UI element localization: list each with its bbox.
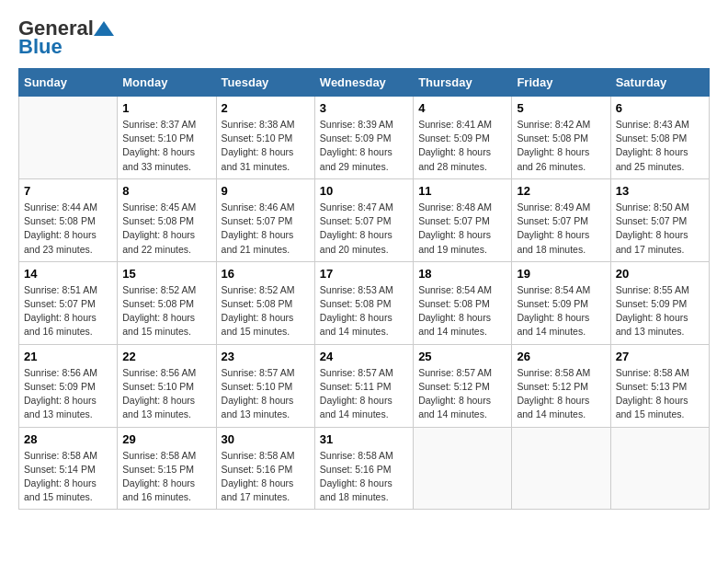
calendar-cell: 22Sunrise: 8:56 AMSunset: 5:10 PMDayligh… — [118, 344, 216, 427]
calendar-cell: 12Sunrise: 8:49 AMSunset: 5:07 PMDayligh… — [512, 178, 610, 261]
calendar-cell: 29Sunrise: 8:58 AMSunset: 5:15 PMDayligh… — [118, 427, 216, 510]
day-info: Sunrise: 8:45 AMSunset: 5:08 PMDaylight:… — [122, 201, 210, 257]
day-info: Sunrise: 8:47 AMSunset: 5:07 PMDaylight:… — [320, 201, 408, 257]
day-number: 15 — [122, 267, 210, 281]
day-info: Sunrise: 8:43 AMSunset: 5:08 PMDaylight:… — [616, 118, 704, 174]
col-header-monday: Monday — [118, 69, 216, 97]
calendar-cell: 24Sunrise: 8:57 AMSunset: 5:11 PMDayligh… — [314, 344, 413, 427]
day-number: 2 — [222, 101, 310, 115]
calendar-cell: 10Sunrise: 8:47 AMSunset: 5:07 PMDayligh… — [314, 178, 413, 261]
calendar-cell: 7Sunrise: 8:44 AMSunset: 5:08 PMDaylight… — [19, 178, 118, 261]
day-number: 19 — [517, 267, 605, 281]
calendar-cell: 30Sunrise: 8:58 AMSunset: 5:16 PMDayligh… — [216, 427, 314, 510]
day-number: 13 — [616, 184, 704, 198]
calendar-cell: 2Sunrise: 8:38 AMSunset: 5:10 PMDaylight… — [216, 97, 314, 179]
calendar-cell: 20Sunrise: 8:55 AMSunset: 5:09 PMDayligh… — [610, 261, 709, 344]
calendar-cell — [19, 97, 118, 179]
day-number: 24 — [320, 350, 408, 363]
calendar-cell: 16Sunrise: 8:52 AMSunset: 5:08 PMDayligh… — [216, 261, 314, 344]
day-number: 29 — [122, 432, 210, 446]
page-header: General Blue — [18, 18, 710, 59]
day-number: 31 — [320, 432, 408, 446]
day-info: Sunrise: 8:57 AMSunset: 5:10 PMDaylight:… — [222, 366, 310, 422]
calendar-cell: 11Sunrise: 8:48 AMSunset: 5:07 PMDayligh… — [414, 178, 512, 261]
day-info: Sunrise: 8:58 AMSunset: 5:12 PMDaylight:… — [517, 366, 605, 422]
day-info: Sunrise: 8:54 AMSunset: 5:08 PMDaylight:… — [418, 283, 506, 339]
day-info: Sunrise: 8:58 AMSunset: 5:16 PMDaylight:… — [320, 449, 408, 505]
day-number: 30 — [222, 432, 310, 446]
calendar-cell: 13Sunrise: 8:50 AMSunset: 5:07 PMDayligh… — [610, 178, 709, 261]
calendar-cell: 3Sunrise: 8:39 AMSunset: 5:09 PMDaylight… — [314, 97, 413, 179]
day-number: 26 — [517, 350, 605, 363]
calendar-cell: 27Sunrise: 8:58 AMSunset: 5:13 PMDayligh… — [610, 344, 709, 427]
logo: General Blue — [18, 18, 115, 59]
day-info: Sunrise: 8:44 AMSunset: 5:08 PMDaylight:… — [24, 201, 112, 257]
svg-marker-0 — [94, 21, 114, 36]
day-info: Sunrise: 8:53 AMSunset: 5:08 PMDaylight:… — [320, 283, 408, 339]
calendar-cell: 14Sunrise: 8:51 AMSunset: 5:07 PMDayligh… — [19, 261, 118, 344]
day-info: Sunrise: 8:52 AMSunset: 5:08 PMDaylight:… — [222, 283, 310, 339]
day-info: Sunrise: 8:42 AMSunset: 5:08 PMDaylight:… — [517, 118, 605, 174]
day-info: Sunrise: 8:39 AMSunset: 5:09 PMDaylight:… — [320, 118, 408, 174]
day-info: Sunrise: 8:54 AMSunset: 5:09 PMDaylight:… — [517, 283, 605, 339]
day-number: 8 — [122, 184, 210, 198]
calendar-cell: 31Sunrise: 8:58 AMSunset: 5:16 PMDayligh… — [314, 427, 413, 510]
day-info: Sunrise: 8:51 AMSunset: 5:07 PMDaylight:… — [24, 283, 112, 339]
day-number: 7 — [24, 184, 112, 198]
day-info: Sunrise: 8:48 AMSunset: 5:07 PMDaylight:… — [418, 201, 506, 257]
day-info: Sunrise: 8:46 AMSunset: 5:07 PMDaylight:… — [222, 201, 310, 257]
day-info: Sunrise: 8:38 AMSunset: 5:10 PMDaylight:… — [222, 118, 310, 174]
calendar-cell: 28Sunrise: 8:58 AMSunset: 5:14 PMDayligh… — [19, 427, 118, 510]
col-header-thursday: Thursday — [414, 69, 512, 97]
day-info: Sunrise: 8:52 AMSunset: 5:08 PMDaylight:… — [122, 283, 210, 339]
calendar-cell: 21Sunrise: 8:56 AMSunset: 5:09 PMDayligh… — [19, 344, 118, 427]
col-header-saturday: Saturday — [610, 69, 709, 97]
day-number: 11 — [418, 184, 506, 198]
day-info: Sunrise: 8:56 AMSunset: 5:10 PMDaylight:… — [122, 366, 210, 422]
day-number: 28 — [24, 432, 112, 446]
calendar-cell: 8Sunrise: 8:45 AMSunset: 5:08 PMDaylight… — [118, 178, 216, 261]
day-info: Sunrise: 8:55 AMSunset: 5:09 PMDaylight:… — [616, 283, 704, 339]
day-info: Sunrise: 8:37 AMSunset: 5:10 PMDaylight:… — [122, 118, 210, 174]
day-info: Sunrise: 8:58 AMSunset: 5:14 PMDaylight:… — [24, 449, 112, 505]
day-number: 6 — [616, 101, 704, 115]
calendar-cell — [512, 427, 610, 510]
calendar-cell: 19Sunrise: 8:54 AMSunset: 5:09 PMDayligh… — [512, 261, 610, 344]
calendar-cell: 6Sunrise: 8:43 AMSunset: 5:08 PMDaylight… — [610, 97, 709, 179]
day-number: 10 — [320, 184, 408, 198]
day-info: Sunrise: 8:58 AMSunset: 5:15 PMDaylight:… — [122, 449, 210, 505]
day-number: 22 — [122, 350, 210, 363]
calendar-cell: 5Sunrise: 8:42 AMSunset: 5:08 PMDaylight… — [512, 97, 610, 179]
day-info: Sunrise: 8:50 AMSunset: 5:07 PMDaylight:… — [616, 201, 704, 257]
calendar-cell: 23Sunrise: 8:57 AMSunset: 5:10 PMDayligh… — [216, 344, 314, 427]
day-info: Sunrise: 8:58 AMSunset: 5:16 PMDaylight:… — [222, 449, 310, 505]
calendar-cell: 26Sunrise: 8:58 AMSunset: 5:12 PMDayligh… — [512, 344, 610, 427]
col-header-tuesday: Tuesday — [216, 69, 314, 97]
day-number: 14 — [24, 267, 112, 281]
day-number: 23 — [222, 350, 310, 363]
day-number: 4 — [418, 101, 506, 115]
col-header-wednesday: Wednesday — [314, 69, 413, 97]
calendar-cell: 18Sunrise: 8:54 AMSunset: 5:08 PMDayligh… — [414, 261, 512, 344]
col-header-friday: Friday — [512, 69, 610, 97]
calendar-cell — [414, 427, 512, 510]
day-number: 21 — [24, 350, 112, 363]
calendar-cell — [610, 427, 709, 510]
day-number: 16 — [222, 267, 310, 281]
day-info: Sunrise: 8:49 AMSunset: 5:07 PMDaylight:… — [517, 201, 605, 257]
col-header-sunday: Sunday — [19, 69, 118, 97]
day-number: 27 — [616, 350, 704, 363]
day-number: 9 — [222, 184, 310, 198]
calendar-table: SundayMondayTuesdayWednesdayThursdayFrid… — [18, 68, 710, 510]
day-info: Sunrise: 8:58 AMSunset: 5:13 PMDaylight:… — [616, 366, 704, 422]
day-info: Sunrise: 8:57 AMSunset: 5:11 PMDaylight:… — [320, 366, 408, 422]
calendar-cell: 9Sunrise: 8:46 AMSunset: 5:07 PMDaylight… — [216, 178, 314, 261]
day-number: 25 — [418, 350, 506, 363]
day-info: Sunrise: 8:41 AMSunset: 5:09 PMDaylight:… — [418, 118, 506, 174]
day-info: Sunrise: 8:56 AMSunset: 5:09 PMDaylight:… — [24, 366, 112, 422]
calendar-cell: 1Sunrise: 8:37 AMSunset: 5:10 PMDaylight… — [118, 97, 216, 179]
calendar-cell: 25Sunrise: 8:57 AMSunset: 5:12 PMDayligh… — [414, 344, 512, 427]
calendar-cell: 4Sunrise: 8:41 AMSunset: 5:09 PMDaylight… — [414, 97, 512, 179]
day-number: 3 — [320, 101, 408, 115]
day-number: 20 — [616, 267, 704, 281]
